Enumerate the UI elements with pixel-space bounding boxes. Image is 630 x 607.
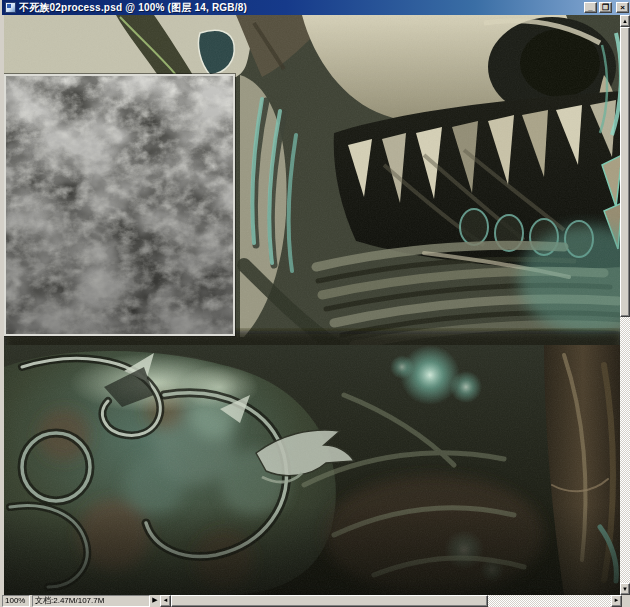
texture-noise [6,76,233,334]
resize-corner [622,595,630,607]
zoom-level-field[interactable]: 100% [2,595,30,607]
minimize-button[interactable]: _ [584,2,597,13]
scroll-down-button[interactable]: ▼ [620,583,630,595]
horizontal-scrollbar[interactable] [171,595,611,607]
document-canvas[interactable] [4,15,622,595]
scroll-right-button[interactable]: ► [611,595,622,607]
window-controls: _ ❐ × [584,2,629,13]
status-bar: 100% 文档:2.47M/107.7M ▶ ◄ ► [2,595,630,607]
window-titlebar[interactable]: 不死族02process.psd @ 100% (图层 14, RGB/8) _… [2,0,630,15]
texture-reference-inset [4,74,235,336]
status-flyout-button[interactable]: ▶ [150,595,160,607]
vertical-scrollbar[interactable]: ▲ ▼ [620,15,630,595]
window-title: 不死族02process.psd @ 100% (图层 14, RGB/8) [19,1,580,15]
vertical-scroll-thumb[interactable] [620,27,630,317]
scroll-up-button[interactable]: ▲ [620,15,630,27]
close-button[interactable]: × [616,2,629,13]
restore-button[interactable]: ❐ [599,2,612,13]
scroll-left-button[interactable]: ◄ [160,595,171,607]
psd-document-icon [5,2,16,13]
photoshop-document-window: 不死族02process.psd @ 100% (图层 14, RGB/8) _… [0,0,630,607]
horizontal-scroll-thumb[interactable] [171,595,488,607]
document-size-panel: 文档:2.47M/107.7M [32,595,150,607]
